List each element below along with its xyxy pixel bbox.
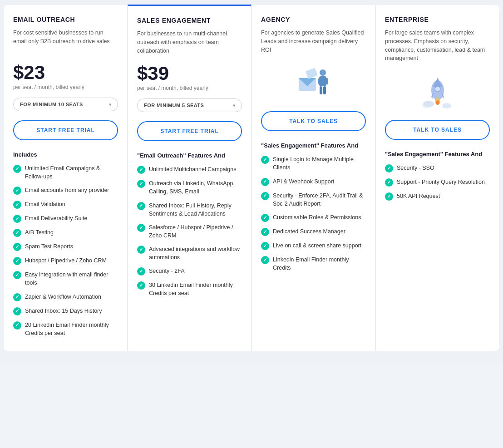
seats-label: FOR MINIMUM 5 SEATS xyxy=(144,103,204,108)
feature-text: Support - Priority Query Resolution xyxy=(397,178,485,186)
feature-item: Customisable Roles & Permissions xyxy=(261,213,366,222)
check-icon xyxy=(385,178,393,187)
check-icon xyxy=(261,228,269,236)
plan-desc: For agencies to generate Sales Qualified… xyxy=(261,29,366,54)
check-icon xyxy=(137,281,145,290)
cta-button-sales[interactable]: TALK TO SALES xyxy=(261,111,366,131)
cta-button-trial[interactable]: START FREE TRIAL xyxy=(137,121,242,141)
feature-text: Unlimited Email Campaigns & Follow-ups xyxy=(25,164,118,181)
features-title: Includes xyxy=(13,151,118,158)
plan-name: AGENCY xyxy=(261,16,366,23)
features-title: "Email Outreach" Features And xyxy=(137,152,242,159)
feature-text: Salesforce / Hubspot / Pipedrive / Zoho … xyxy=(149,223,242,240)
feature-item: Dedicated Success Manager xyxy=(261,227,366,236)
feature-item: Advanced integrations and workflow autom… xyxy=(137,245,242,261)
plan-name: EMAIL OUTREACH xyxy=(13,16,118,23)
check-icon xyxy=(13,187,21,195)
feature-item: Email Validation xyxy=(13,200,118,209)
check-icon xyxy=(137,246,145,254)
plan-card-agency: AGENCY For agencies to generate Sales Qu… xyxy=(252,5,375,351)
feature-list: Unlimited Multichannel Campaigns Outreac… xyxy=(137,165,242,297)
check-icon xyxy=(13,215,21,223)
feature-item: 30 Linkedin Email Finder monthly Credits… xyxy=(137,281,242,297)
feature-text: API & Webhook Support xyxy=(273,177,334,186)
plan-card-enterprise: ENTERPRISE For large sales teams with co… xyxy=(375,5,499,351)
feature-list: Security - SSO Support - Priority Query … xyxy=(385,164,490,201)
plan-price: $23 xyxy=(13,63,118,82)
plan-illustration xyxy=(261,63,366,104)
check-icon xyxy=(261,214,269,222)
plan-card-email-outreach: EMAIL OUTREACH For cost sensitive busine… xyxy=(4,5,128,351)
feature-list: Single Login to Manage Multiple Clients … xyxy=(261,155,366,272)
feature-text: 20 Linkedin Email Finder monthly Credits… xyxy=(25,321,118,337)
check-icon xyxy=(13,229,21,237)
page-wrapper: EMAIL OUTREACH For cost sensitive busine… xyxy=(0,0,503,365)
plan-illustration xyxy=(385,72,490,113)
feature-text: Linkedin Email Finder monthly Credits xyxy=(273,256,366,272)
feature-text: Security - Enforce 2FA, Audit Trail & So… xyxy=(273,192,366,208)
svg-rect-8 xyxy=(323,86,326,94)
feature-text: Unlimited Multichannel Campaigns xyxy=(149,165,236,173)
feature-item: Spam Test Reports xyxy=(13,242,118,251)
feature-item: Single Login to Manage Multiple Clients xyxy=(261,155,366,172)
feature-text: 30 Linkedin Email Finder monthly Credits… xyxy=(149,281,242,297)
plan-desc: For large sales teams with complex proce… xyxy=(385,29,490,63)
feature-item: Easy integration with email finder tools xyxy=(13,271,118,287)
feature-item: API & Webhook Support xyxy=(261,177,366,186)
feature-text: Hubspot / Pipedrive / Zoho CRM xyxy=(25,256,107,265)
svg-point-18 xyxy=(422,103,430,108)
check-icon xyxy=(137,224,145,232)
feature-item: Linkedin Email Finder monthly Credits xyxy=(261,256,366,272)
check-icon xyxy=(13,271,21,279)
check-icon xyxy=(13,321,21,330)
feature-text: Shared Inbox: 15 Days History xyxy=(25,307,102,315)
chevron-down-icon: ▾ xyxy=(233,103,235,108)
plan-price: $39 xyxy=(137,64,242,83)
svg-point-15 xyxy=(436,100,439,105)
feature-item: 20 Linkedin Email Finder monthly Credits… xyxy=(13,321,118,337)
feature-text: Security - SSO xyxy=(397,164,434,172)
plan-name: ENTERPRISE xyxy=(385,16,490,23)
feature-item: Unlimited Email Campaigns & Follow-ups xyxy=(13,164,118,181)
check-icon xyxy=(13,293,21,301)
feature-item: A/B Testing xyxy=(13,228,118,237)
svg-point-3 xyxy=(320,69,326,76)
check-icon xyxy=(261,256,269,264)
check-icon xyxy=(13,257,21,265)
feature-text: Customisable Roles & Permissions xyxy=(273,213,361,222)
feature-text: A/B Testing xyxy=(25,228,54,236)
check-icon xyxy=(137,202,145,210)
seats-label: FOR MINIMUM 10 SEATS xyxy=(20,102,83,107)
plan-desc: For cost sensitive businesses to run ema… xyxy=(13,29,118,54)
svg-point-11 xyxy=(435,86,440,92)
cta-button-sales[interactable]: TALK TO SALES xyxy=(385,120,490,140)
feature-text: Single Login to Manage Multiple Clients xyxy=(273,155,366,172)
chevron-down-icon: ▾ xyxy=(109,102,111,107)
svg-rect-7 xyxy=(320,86,322,94)
feature-text: Outreach via Linkedin, WhatsApp, Calling… xyxy=(149,179,242,196)
plan-name: SALES ENGAGEMENT xyxy=(137,17,242,24)
feature-item: Live on call & screen share support xyxy=(261,241,366,250)
check-icon xyxy=(13,307,21,315)
feature-text: Live on call & screen share support xyxy=(273,241,361,250)
seats-dropdown[interactable]: FOR MINIMUM 5 SEATS ▾ xyxy=(137,98,242,112)
svg-point-17 xyxy=(442,103,451,108)
feature-text: Email Deliverability Suite xyxy=(25,214,88,222)
feature-text: Shared Inbox: Full History, Reply Sentim… xyxy=(149,202,242,218)
cta-button-trial[interactable]: START FREE TRIAL xyxy=(13,120,118,140)
check-icon xyxy=(13,165,21,173)
svg-rect-6 xyxy=(325,78,328,84)
feature-text: Spam Test Reports xyxy=(25,242,73,251)
feature-item: Shared Inbox: 15 Days History xyxy=(13,307,118,315)
seats-dropdown[interactable]: FOR MINIMUM 10 SEATS ▾ xyxy=(13,98,118,111)
feature-text: Dedicated Success Manager xyxy=(273,227,345,236)
feature-text: Advanced integrations and workflow autom… xyxy=(149,245,242,261)
feature-text: Email Validation xyxy=(25,200,65,208)
plan-price-sub: per seat / month, billed yearly xyxy=(13,84,118,90)
check-icon xyxy=(13,243,21,251)
feature-item: Unlimited Multichannel Campaigns xyxy=(137,165,242,174)
feature-item: Shared Inbox: Full History, Reply Sentim… xyxy=(137,202,242,218)
check-icon xyxy=(137,180,145,188)
feature-item: Outreach via Linkedin, WhatsApp, Calling… xyxy=(137,179,242,196)
features-title: "Sales Engagement" Features And xyxy=(385,151,490,158)
